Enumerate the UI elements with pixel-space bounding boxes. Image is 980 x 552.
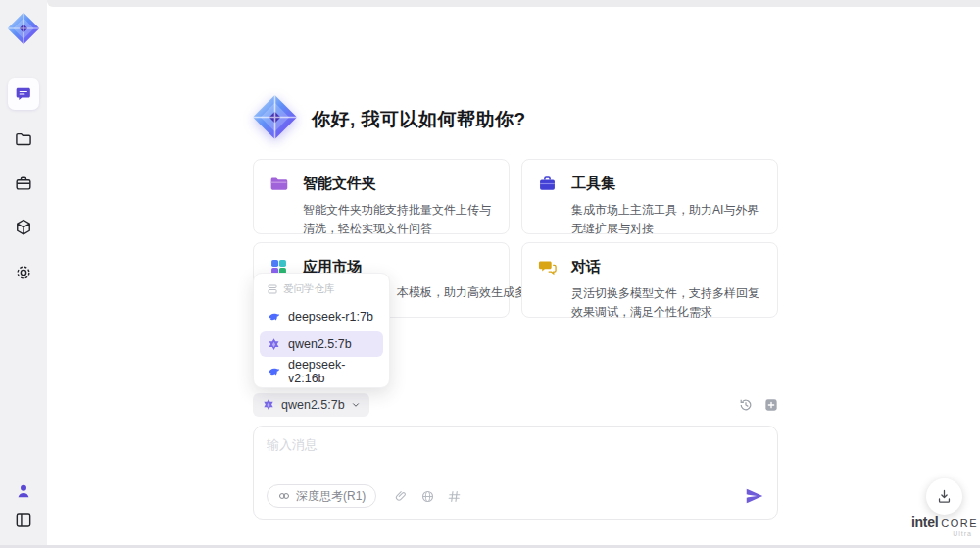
globe-icon[interactable] — [420, 489, 435, 504]
smart-folder-icon — [268, 173, 289, 194]
selected-model-label: qwen2.5:7b — [281, 398, 345, 412]
app-logo-icon — [3, 8, 44, 49]
model-option-deepseek-v2[interactable]: deepseek-v2:16b — [260, 359, 383, 384]
window-bottom-edge — [0, 545, 980, 548]
card-description: 灵活切换多模型文件，支持多样回复效果调试，满足个性化需求 — [571, 284, 763, 321]
card-description: 集成市场上主流工具，助力AI与外界无缝扩展与对接 — [571, 201, 763, 237]
deep-think-icon — [277, 489, 291, 503]
download-icon — [936, 488, 953, 505]
card-description: 智能文件夹功能支持批量文件上传与清洗，轻松实现文件问答 — [303, 201, 495, 237]
deep-think-toggle[interactable]: 深度思考(R1) — [267, 484, 376, 508]
model-option-deepseek-r1[interactable]: deepseek-r1:7b — [260, 304, 383, 329]
card-title: 工具集 — [571, 175, 615, 193]
gear-icon — [14, 263, 33, 282]
briefcase-icon — [14, 174, 33, 193]
chat-input-panel: 深度思考(R1) — [253, 426, 778, 520]
user-icon — [14, 481, 33, 501]
model-selector[interactable]: qwen2.5:7b — [253, 393, 369, 417]
sidebar-item-chat[interactable] — [8, 78, 39, 110]
card-toolset[interactable]: 工具集 集成市场上主流工具，助力AI与外界无缝扩展与对接 — [521, 159, 778, 234]
app-window: 你好, 我可以如何帮助你? 智能文件夹 智能文件夹功能支持批量文件上传与清洗，轻… — [0, 0, 980, 552]
chevron-down-icon — [351, 400, 361, 410]
sidebar-item-settings[interactable] — [8, 257, 39, 288]
card-title: 智能文件夹 — [303, 175, 376, 193]
panel-icon — [14, 510, 33, 529]
sidebar — [0, 0, 47, 545]
deepseek-icon — [267, 310, 281, 325]
model-source-label: 爱问学仓库 — [260, 282, 383, 302]
conversation-icon — [536, 256, 558, 277]
intel-core-logo: intel CORE Ultra — [911, 514, 972, 537]
send-icon[interactable] — [744, 485, 765, 507]
hash-icon[interactable] — [447, 489, 462, 504]
sidebar-item-account[interactable] — [8, 476, 39, 507]
repo-icon — [267, 283, 278, 295]
download-button[interactable] — [926, 478, 962, 515]
sidebar-item-panel-toggle[interactable] — [8, 504, 39, 535]
qwen-icon — [267, 337, 281, 352]
attachment-icon[interactable] — [394, 489, 409, 504]
card-smart-folder[interactable]: 智能文件夹 智能文件夹功能支持批量文件上传与清洗，轻松实现文件问答 — [253, 159, 510, 234]
message-input[interactable] — [267, 436, 737, 474]
qwen-icon — [262, 398, 275, 412]
history-icon[interactable] — [738, 397, 754, 413]
toolset-icon — [536, 173, 558, 194]
card-conversation[interactable]: 对话 灵活切换多模型文件，支持多样回复效果调试，满足个性化需求 — [521, 242, 778, 318]
window-top-edge — [47, 0, 980, 7]
chat-icon — [14, 84, 33, 104]
cube-icon — [14, 218, 33, 237]
greeting-logo-icon — [252, 94, 298, 140]
new-chat-icon[interactable] — [763, 397, 779, 413]
deepseek-icon — [267, 365, 281, 379]
page-title: 你好, 我可以如何帮助你? — [312, 107, 526, 132]
card-title: 对话 — [571, 258, 601, 276]
card-description-fragment: 本模板，助力高效生成多 — [397, 284, 526, 301]
folder-icon — [14, 129, 33, 149]
model-dropdown-menu: 爱问学仓库 deepseek-r1:7b qwen2.5:7b — [253, 273, 390, 388]
sidebar-item-toolbox[interactable] — [8, 168, 39, 199]
sidebar-item-models[interactable] — [8, 212, 39, 243]
sidebar-item-folders[interactable] — [8, 124, 39, 155]
model-option-qwen[interactable]: qwen2.5:7b — [260, 331, 383, 357]
